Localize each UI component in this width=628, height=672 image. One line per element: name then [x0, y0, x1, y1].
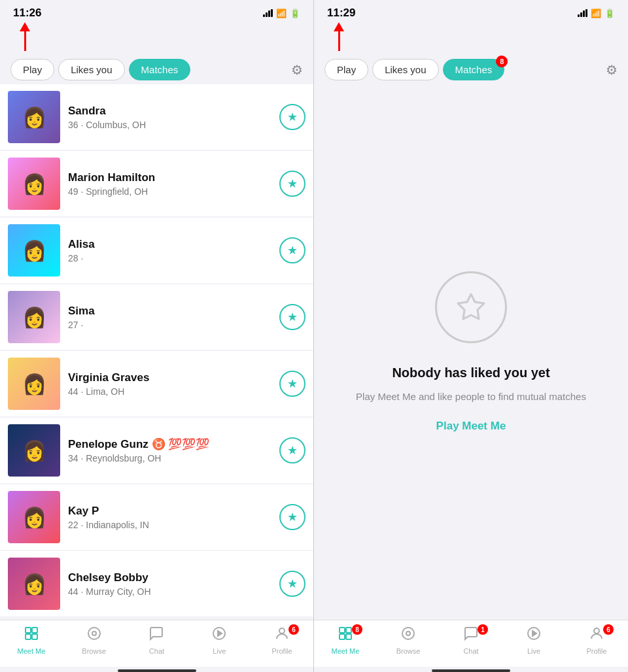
- svg-rect-1: [32, 628, 37, 633]
- match-star-marion[interactable]: ★: [279, 171, 305, 197]
- match-avatar-alisa: 👩: [8, 224, 60, 277]
- star-icon-kay: ★: [287, 510, 298, 524]
- match-star-alisa[interactable]: ★: [279, 237, 305, 263]
- match-star-sima[interactable]: ★: [279, 304, 305, 330]
- right-filter-icon[interactable]: ⚙: [606, 62, 618, 78]
- right-nav-meetme[interactable]: 8 Meet Me: [314, 626, 377, 655]
- match-detail-virginia: 44 · Lima, OH: [68, 386, 271, 397]
- right-nav-profile[interactable]: 6 Profile: [565, 626, 628, 655]
- profile-icon: [274, 626, 290, 645]
- svg-marker-17: [532, 631, 536, 636]
- match-avatar-marion: 👩: [8, 158, 60, 210]
- live-icon: [211, 626, 227, 645]
- right-meetme-icon: [338, 626, 353, 645]
- match-item-kay[interactable]: 👩 Kay P 22 · Indianapolis, IN ★: [0, 484, 313, 550]
- left-filter-icon[interactable]: ⚙: [291, 62, 303, 78]
- match-name-marion: Marion Hamilton: [68, 171, 271, 184]
- match-item-marion[interactable]: 👩 Marion Hamilton 49 · Springfield, OH ★: [0, 151, 313, 216]
- match-detail-chelsey: 44 · Murray City, OH: [68, 586, 271, 597]
- match-name-kay: Kay P: [68, 505, 271, 518]
- browse-label: Browse: [82, 647, 106, 655]
- matches-badge: 8: [496, 56, 508, 67]
- left-nav-browse[interactable]: Browse: [63, 626, 126, 655]
- right-red-arrow: [334, 22, 344, 51]
- match-name-chelsey: Chelsey Bobby: [68, 571, 271, 584]
- left-tab-likes-you[interactable]: Likes you: [58, 59, 124, 80]
- right-status-icons: 📶 🔋: [578, 8, 615, 18]
- match-name-alisa: Alisa: [68, 238, 271, 251]
- right-nav-chat[interactable]: 1 Chat: [440, 626, 502, 655]
- right-signal: [578, 9, 587, 17]
- match-item-virginia[interactable]: 👩 Virginia Graves 44 · Lima, OH ★: [0, 351, 313, 416]
- right-nav-live[interactable]: Live: [502, 626, 565, 655]
- match-avatar-virginia: 👩: [8, 358, 60, 410]
- match-item-sandra[interactable]: 👩 Sandra 36 · Columbus, OH ★: [0, 84, 313, 150]
- match-star-penelope[interactable]: ★: [279, 437, 305, 463]
- right-live-icon: [526, 626, 542, 645]
- svg-point-4: [88, 628, 100, 639]
- match-info-sandra: Sandra 36 · Columbus, OH: [60, 105, 279, 130]
- match-item-penelope[interactable]: 👩 Penelope Gunz ♉ 💯💯💯 34 · Reynoldsburg,…: [0, 418, 313, 483]
- svg-rect-10: [340, 628, 345, 633]
- left-top-tabs: Play Likes you Matches ⚙: [0, 55, 313, 84]
- star-icon-alisa: ★: [287, 243, 298, 258]
- empty-star-circle: [435, 271, 507, 343]
- svg-point-8: [279, 628, 285, 633]
- left-nav-chat[interactable]: Chat: [126, 626, 188, 655]
- left-tab-matches[interactable]: Matches: [129, 59, 191, 80]
- match-item-sima[interactable]: 👩 Sima 27 · ★: [0, 284, 313, 350]
- svg-rect-11: [346, 628, 351, 633]
- left-arrow-container: [0, 22, 313, 55]
- match-detail-alisa: 28 ·: [68, 253, 271, 263]
- left-signal: [263, 9, 273, 17]
- star-icon-virginia: ★: [287, 377, 298, 391]
- match-star-kay[interactable]: ★: [279, 504, 305, 530]
- match-info-virginia: Virginia Graves 44 · Lima, OH: [60, 371, 279, 397]
- match-name-sandra: Sandra: [68, 105, 271, 118]
- meetme-icon: [24, 626, 39, 645]
- right-wifi-icon: 📶: [591, 8, 601, 18]
- right-top-tabs: Play Likes you Matches 8 ⚙: [314, 55, 628, 84]
- match-star-chelsey[interactable]: ★: [279, 571, 305, 597]
- profile-label: Profile: [271, 647, 292, 655]
- chat-icon: [148, 626, 164, 645]
- left-nav-live[interactable]: Live: [188, 626, 251, 655]
- right-browse-icon: [400, 626, 416, 645]
- right-phone-panel: 11:29 📶 🔋 Play Likes you Matches: [314, 0, 628, 672]
- match-avatar-sandra: 👩: [8, 91, 60, 143]
- right-profile-badge: 6: [603, 624, 614, 635]
- left-wifi-icon: 📶: [276, 8, 287, 18]
- left-tab-play[interactable]: Play: [10, 59, 54, 80]
- match-item-alisa[interactable]: 👩 Alisa 28 · ★: [0, 218, 313, 283]
- match-detail-marion: 49 · Springfield, OH: [68, 186, 271, 197]
- right-meetme-badge: 8: [352, 624, 362, 635]
- left-nav-meetme[interactable]: Meet Me: [0, 626, 63, 655]
- right-nav-browse[interactable]: Browse: [377, 626, 440, 655]
- match-avatar-penelope: 👩: [8, 424, 60, 477]
- match-star-virginia[interactable]: ★: [279, 371, 305, 397]
- svg-point-5: [92, 631, 96, 635]
- match-star-sandra[interactable]: ★: [279, 104, 305, 130]
- right-profile-icon: [589, 626, 604, 645]
- browse-icon: [86, 626, 102, 645]
- right-chat-label: Chat: [463, 647, 478, 655]
- match-name-virginia: Virginia Graves: [68, 371, 271, 384]
- right-tab-matches[interactable]: Matches 8: [443, 59, 505, 80]
- left-battery-icon: 🔋: [290, 8, 300, 18]
- svg-point-14: [402, 628, 414, 639]
- match-avatar-kay: 👩: [8, 491, 60, 543]
- right-tab-play[interactable]: Play: [324, 59, 368, 80]
- left-nav-profile[interactable]: 6 Profile: [251, 626, 313, 655]
- right-tab-likes-you[interactable]: Likes you: [372, 59, 438, 80]
- match-detail-sima: 27 ·: [68, 320, 271, 330]
- left-profile-badge: 6: [288, 624, 299, 635]
- right-chat-badge: 1: [478, 624, 488, 635]
- right-live-label: Live: [527, 647, 540, 655]
- play-meet-me-link[interactable]: Play Meet Me: [436, 420, 506, 433]
- right-profile-label: Profile: [586, 647, 606, 655]
- left-phone-panel: 11:26 📶 🔋 Play Likes you Matches: [0, 0, 314, 672]
- match-item-chelsey[interactable]: 👩 Chelsey Bobby 44 · Murray City, OH ★: [0, 551, 313, 616]
- right-arrow-container: [314, 22, 628, 55]
- live-label: Live: [213, 647, 226, 655]
- match-info-chelsey: Chelsey Bobby 44 · Murray City, OH: [60, 571, 279, 597]
